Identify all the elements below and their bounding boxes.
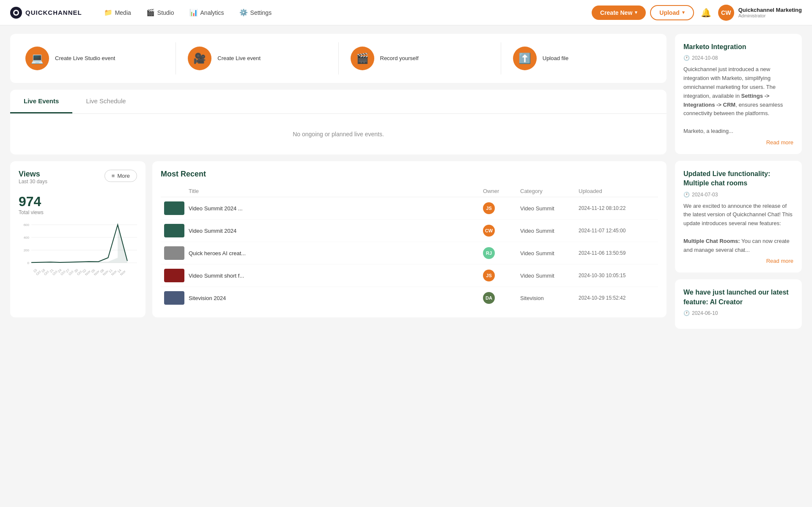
news-date-0: 🕐 2024-10-08: [683, 55, 793, 61]
action-upload-label: Upload file: [543, 55, 568, 62]
news-body-0: Quickchannel just introduced a new integ…: [683, 65, 793, 135]
user-name: Quickchannel Marketing: [738, 7, 802, 13]
action-create-studio-label: Create Live Studio event: [55, 55, 115, 62]
notifications-button[interactable]: 🔔: [698, 5, 714, 20]
news-title-1: Updated Live functionality: Multiple cha…: [683, 169, 793, 188]
row-title: Quick heroes AI creat...: [189, 250, 480, 256]
user-info: Quickchannel Marketing Administrator: [738, 7, 802, 18]
thumbnail: [164, 291, 184, 305]
tab-empty-message: No ongoing or planned live events.: [10, 114, 667, 154]
record-icon: 🎬: [351, 47, 374, 70]
svg-text:400: 400: [24, 236, 30, 240]
nav-media[interactable]: 📁 Media: [97, 5, 138, 20]
owner-avatar: JS: [483, 270, 495, 281]
action-upload-file[interactable]: ⬆️ Upload file: [506, 42, 658, 74]
table-row[interactable]: Video Summit 2024 ... JS Video Summit 20…: [161, 197, 658, 220]
navbar: QUICKCHANNEL 📁 Media 🎬 Studio 📊 Analytic…: [0, 0, 812, 25]
row-category: Video Summit: [520, 250, 575, 256]
row-date: 2024-10-30 10:05:15: [579, 273, 655, 278]
thumbnail: [164, 246, 184, 260]
row-category: Video Summit: [520, 205, 575, 212]
table-header: Title Owner Category Uploaded: [161, 185, 658, 197]
table-body: Video Summit 2024 ... JS Video Summit 20…: [161, 197, 658, 309]
tab-live-events[interactable]: Live Events: [10, 90, 72, 113]
create-studio-icon: 💻: [25, 47, 49, 70]
table-row[interactable]: Video Summit short f... JS Video Summit …: [161, 265, 658, 287]
upload-file-icon: ⬆️: [513, 47, 537, 70]
left-content: 💻 Create Live Studio event 🎥 Create Live…: [10, 34, 667, 329]
tab-live-schedule[interactable]: Live Schedule: [72, 90, 139, 113]
row-date: 2024-11-06 13:50:59: [579, 250, 655, 256]
nav-media-label: Media: [115, 9, 131, 16]
divider: [501, 42, 501, 74]
action-record-label: Record yourself: [380, 55, 419, 62]
svg-marker-8: [31, 225, 127, 263]
tabs-header: Live Events Live Schedule: [10, 90, 667, 114]
clock-icon: 🕐: [683, 192, 690, 198]
nav-analytics-label: Analytics: [200, 9, 224, 16]
views-subtitle: Last 30 days: [19, 179, 47, 185]
table-row[interactable]: Sitevision 2024 DA Sitevision 2024-10-29…: [161, 287, 658, 309]
news-card-1: Updated Live functionality: Multiple cha…: [675, 161, 802, 273]
nav-settings-label: Settings: [250, 9, 272, 16]
thumbnail: [164, 224, 184, 237]
svg-text:600: 600: [24, 223, 30, 227]
row-date: 2024-10-29 15:52:42: [579, 295, 655, 301]
action-record-yourself[interactable]: 🎬 Record yourself: [344, 42, 496, 74]
nav-settings[interactable]: ⚙️ Settings: [233, 5, 279, 20]
chevron-down-icon: ▾: [635, 10, 637, 15]
upload-button[interactable]: Upload ▾: [650, 5, 694, 20]
views-title: Views: [19, 170, 47, 179]
logo-icon: [10, 7, 22, 19]
svg-text:200: 200: [24, 248, 30, 252]
quick-actions-panel: 💻 Create Live Studio event 🎥 Create Live…: [10, 34, 667, 83]
action-create-live-label: Create Live event: [217, 55, 261, 62]
read-more-1[interactable]: Read more: [683, 258, 793, 264]
row-date: 2024-11-07 12:45:00: [579, 228, 655, 234]
thumbnail: [164, 269, 184, 282]
views-card: Views Last 30 days ≡ More 974 Total view…: [10, 161, 145, 317]
nav-studio[interactable]: 🎬 Studio: [140, 5, 181, 20]
divider: [338, 42, 339, 74]
table-row[interactable]: Video Summit 2024 CW Video Summit 2024-1…: [161, 220, 658, 242]
chevron-down-icon: ▾: [682, 10, 685, 15]
action-create-studio[interactable]: 💻 Create Live Studio event: [19, 42, 170, 74]
read-more-0[interactable]: Read more: [683, 139, 793, 146]
most-recent-title: Most Recent: [161, 170, 658, 179]
studio-icon: 🎬: [146, 8, 155, 17]
col-title: Title: [189, 188, 480, 194]
nav-links: 📁 Media 🎬 Studio 📊 Analytics ⚙️ Settings: [97, 5, 592, 20]
more-button[interactable]: ≡ More: [104, 170, 137, 182]
most-recent-card: Most Recent Title Owner Category Uploade…: [152, 161, 667, 317]
nav-analytics[interactable]: 📊 Analytics: [183, 5, 231, 20]
nav-studio-label: Studio: [157, 9, 174, 16]
col-category: Category: [520, 188, 575, 194]
settings-icon: ⚙️: [239, 8, 248, 17]
row-date: 2024-11-12 08:10:22: [579, 205, 655, 211]
logo[interactable]: QUICKCHANNEL: [10, 7, 82, 19]
row-title: Video Summit 2024: [189, 228, 480, 234]
create-live-icon: 🎥: [188, 47, 211, 70]
main-layout: 💻 Create Live Studio event 🎥 Create Live…: [0, 25, 812, 337]
row-title: Sitevision 2024: [189, 295, 480, 301]
user-role: Administrator: [738, 13, 802, 18]
bottom-row: Views Last 30 days ≡ More 974 Total view…: [10, 161, 667, 317]
col-owner: Owner: [483, 188, 517, 194]
owner-avatar: CW: [483, 225, 495, 237]
news-date-1: 🕐 2024-07-03: [683, 192, 793, 198]
news-date-2: 🕐 2024-06-10: [683, 310, 793, 316]
svg-text:0: 0: [27, 261, 30, 265]
right-sidebar: Marketo Integration 🕐 2024-10-08 Quickch…: [675, 34, 802, 329]
views-header: Views Last 30 days ≡ More: [19, 170, 137, 191]
news-card-0: Marketo Integration 🕐 2024-10-08 Quickch…: [675, 34, 802, 154]
total-views-label: Total views: [19, 209, 137, 215]
table-row[interactable]: Quick heroes AI creat... RJ Video Summit…: [161, 242, 658, 265]
owner-avatar: JS: [483, 202, 495, 214]
action-create-live[interactable]: 🎥 Create Live event: [181, 42, 333, 74]
clock-icon: 🕐: [683, 310, 690, 316]
row-title: Video Summit 2024 ...: [189, 205, 480, 212]
chart-area: 600 400 200 0: [19, 220, 137, 267]
total-views: 974: [19, 194, 137, 209]
avatar[interactable]: CW: [718, 5, 734, 21]
create-new-button[interactable]: Create New ▾: [592, 6, 646, 20]
